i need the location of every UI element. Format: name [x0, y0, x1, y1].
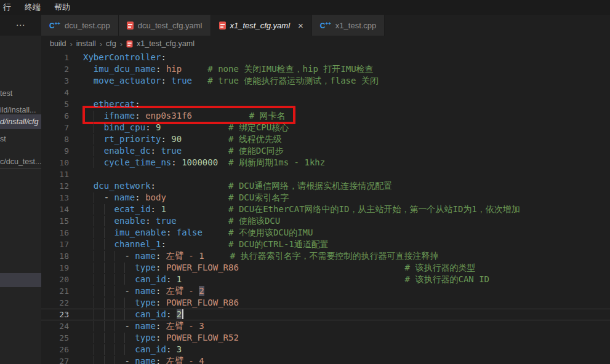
- code-line-26[interactable]: 26 can_id: 3: [41, 344, 610, 355]
- indent-guide: [114, 333, 115, 343]
- code-line-9[interactable]: 9 enable_dc: true # 使能DC同步: [41, 145, 610, 157]
- code-line-11[interactable]: 11: [41, 168, 610, 180]
- breadcrumb-item-install[interactable]: install: [76, 39, 96, 48]
- cpp-file-icon: C++: [49, 22, 60, 30]
- side-panel-item[interactable]: c/dcu_test...: [0, 157, 41, 167]
- code-editor[interactable]: 1XyberController:2 imu_dcu_name: hip # n…: [41, 52, 610, 364]
- line-number: 1: [41, 52, 78, 63]
- side-panel-item[interactable]: ild/install...: [0, 105, 41, 115]
- indent-guide: [94, 286, 94, 296]
- code-line-12[interactable]: 12 dcu_network: # DCU通信网络，请根据实机连接情况配置: [41, 180, 610, 192]
- breadcrumb-item-file[interactable]: x1_test_cfg.yaml: [137, 39, 195, 48]
- yaml-file-icon: [127, 40, 133, 47]
- breadcrumb-item-cfg[interactable]: cfg: [106, 39, 116, 48]
- indent-guide: [94, 356, 94, 364]
- indent-guide: [114, 286, 115, 296]
- side-panel-item[interactable]: test: [0, 89, 41, 98]
- code-line-23[interactable]: 23 can_id: 2: [41, 309, 610, 320]
- code-line-24[interactable]: 24 - name: 左臂 - 3: [41, 320, 610, 332]
- code-line-6[interactable]: 6 ifname: enp0s31f6 # 网卡名: [41, 110, 610, 122]
- line-number: 25: [41, 333, 78, 343]
- code-line-18[interactable]: 18 - name: 左臂 - 1 # 执行器索引名字，不需要控制的执行器可直接…: [41, 250, 610, 262]
- text-cursor: [182, 309, 183, 319]
- breadcrumb: build›install›cfg›x1_test_cfg.yaml: [41, 36, 610, 52]
- code-line-21[interactable]: 21 - name: 左臂 - 2: [41, 285, 610, 297]
- code-line-22[interactable]: 22 type: POWER_FLOW_R86: [41, 297, 610, 309]
- code-line-16[interactable]: 16 imu_enable: false # 不使用该DCU的IMU: [41, 227, 610, 239]
- tab-bar: C++dcu_test.cppdcu_test_cfg.yamlx1_test_…: [41, 15, 610, 36]
- code-line-17[interactable]: 17 channel_1: # DCU的CTRL-1通道配置: [41, 239, 610, 250]
- code-line-13[interactable]: 13 - name: body # DCU索引名字: [41, 192, 610, 204]
- indent-guide: [104, 216, 105, 226]
- code-line-4[interactable]: 4: [41, 87, 610, 98]
- side-panel-item[interactable]: st: [0, 134, 41, 144]
- side-panel-separator: [0, 168, 41, 169]
- indent-guide: [104, 239, 105, 250]
- indent-guide: [104, 286, 105, 296]
- line-number: 11: [41, 169, 78, 180]
- code-line-14[interactable]: 14 ecat_id: 1 # DCU在EtherCAT网络中的ID，从主站开始…: [41, 204, 610, 215]
- code-line-15[interactable]: 15 enable: true # 使能该DCU: [41, 215, 610, 227]
- indent-guide: [94, 157, 94, 168]
- line-number: 18: [41, 251, 78, 261]
- code-text: can_id: 1 # 该执行器的CAN ID: [78, 274, 489, 285]
- code-line-19[interactable]: 19 type: POWER_FLOW_R86 # 该执行器的类型: [41, 262, 610, 274]
- code-text: [78, 87, 83, 98]
- code-line-3[interactable]: 3 move_actuator: true # true 使能执行器运动测试，f…: [41, 75, 610, 87]
- tab-overflow-area: ⋯: [0, 15, 41, 36]
- menu-item-行[interactable]: 行: [3, 2, 11, 13]
- code-text: cycle_time_ns: 1000000 # 刷新周期1ms - 1khz: [78, 157, 325, 168]
- code-line-2[interactable]: 2 imu_dcu_name: hip # none 关闭IMU检查，hip 打…: [41, 63, 610, 75]
- code-line-8[interactable]: 8 rt_priority: 90 # 线程优先级: [41, 133, 610, 145]
- line-number: 4: [41, 87, 78, 98]
- indent-guide: [94, 333, 94, 343]
- indent-guide: [104, 298, 105, 308]
- tab-dcu_test.cpp[interactable]: C++dcu_test.cpp: [41, 15, 119, 36]
- indent-guide: [94, 122, 94, 133]
- line-number: 15: [41, 216, 78, 226]
- menu-item-终端[interactable]: 终端: [25, 2, 41, 13]
- tab-dcu_test_cfg.yaml[interactable]: dcu_test_cfg.yaml: [119, 15, 211, 36]
- code-text: - name: 左臂 - 1 # 执行器索引名字，不需要控制的执行器可直接注释掉: [78, 251, 439, 261]
- code-line-20[interactable]: 20 can_id: 1 # 该执行器的CAN ID: [41, 274, 610, 285]
- code-line-25[interactable]: 25 type: POWER_FLOW_R52: [41, 332, 610, 344]
- line-number: 21: [41, 286, 78, 296]
- code-text: type: POWER_FLOW_R86: [78, 298, 239, 308]
- code-text: ifname: enp0s31f6 # 网卡名: [78, 111, 286, 121]
- line-number: 16: [41, 228, 78, 238]
- code-text: bind_cpu: 9 # 绑定CPU核心: [78, 122, 289, 133]
- indent-guide: [124, 309, 125, 320]
- indent-guide: [124, 263, 125, 273]
- indent-guide: [124, 333, 125, 343]
- code-line-5[interactable]: 5 ethercat:: [41, 98, 610, 110]
- code-line-1[interactable]: 1XyberController:: [41, 52, 610, 63]
- indent-guide: [104, 228, 105, 238]
- side-panel-item[interactable]: d/install/cfg: [0, 114, 41, 129]
- main-row: ⋯ testild/install...d/install/cfgstc/dcu…: [0, 15, 610, 364]
- indent-guide: [114, 344, 115, 355]
- line-number: 23: [41, 309, 78, 320]
- indent-guide: [104, 333, 105, 343]
- tab-x1_test.cpp[interactable]: C++x1_test.cpp: [312, 15, 385, 36]
- code-text: rt_priority: 90 # 线程优先级: [78, 134, 282, 144]
- code-line-10[interactable]: 10 cycle_time_ns: 1000000 # 刷新周期1ms - 1k…: [41, 157, 610, 168]
- menu-item-帮助[interactable]: 帮助: [54, 2, 70, 13]
- tab-x1_test_cfg.yaml[interactable]: x1_test_cfg.yaml×: [211, 15, 312, 36]
- code-line-27[interactable]: 27 - name: 左臂 - 4: [41, 355, 610, 364]
- breadcrumb-item-build[interactable]: build: [50, 39, 66, 48]
- indent-guide: [94, 228, 94, 238]
- indent-guide: [104, 309, 105, 320]
- code-text: dcu_network: # DCU通信网络，请根据实机连接情况配置: [78, 181, 392, 191]
- indent-guide: [114, 263, 115, 273]
- tab-label: x1_test_cfg.yaml: [230, 21, 291, 30]
- indent-guide: [94, 309, 94, 320]
- code-text: [78, 169, 83, 180]
- tab-overflow-button[interactable]: ⋯: [16, 20, 26, 31]
- tab-close-icon[interactable]: ×: [298, 20, 303, 31]
- indent-guide: [94, 192, 94, 203]
- indent-guide: [94, 216, 94, 226]
- indent-guide: [94, 298, 94, 308]
- indent-guide: [114, 251, 115, 261]
- code-line-7[interactable]: 7 bind_cpu: 9 # 绑定CPU核心: [41, 122, 610, 133]
- indent-guide: [104, 204, 105, 215]
